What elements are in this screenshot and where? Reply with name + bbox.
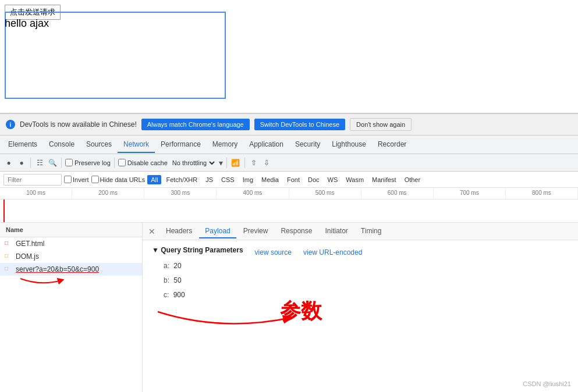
hello-text: hello ajax xyxy=(5,17,49,30)
ruler-mark: 600 ms xyxy=(361,188,434,199)
disable-cache-checkbox[interactable] xyxy=(118,159,126,166)
wifi-icon[interactable]: 📶 xyxy=(231,158,241,168)
annotation-area: 参数 xyxy=(152,303,569,344)
file-list: Name □ GET.html □ DOM.js □ server?a=20&b… xyxy=(0,223,143,392)
notification-bar: i DevTools is now available in Chinese! … xyxy=(0,113,578,136)
filter-type-manifest[interactable]: Manifest xyxy=(368,175,400,184)
view-source-link[interactable]: view source xyxy=(255,248,292,256)
param-key-a: a: xyxy=(164,262,169,270)
always-match-button[interactable]: Always match Chrome's language xyxy=(141,119,250,130)
notification-text: DevTools is now available in Chinese! xyxy=(20,120,137,129)
invert-checkbox[interactable] xyxy=(64,176,72,183)
csdn-watermark: CSDN @liushi21 xyxy=(523,380,571,387)
file-item-get-html[interactable]: □ GET.html xyxy=(0,237,142,250)
hide-data-urls-text: Hide data URLs xyxy=(100,176,146,183)
record-icon[interactable]: ● xyxy=(3,158,14,168)
separator4 xyxy=(226,158,227,168)
invert-text: Invert xyxy=(73,176,89,183)
filter-type-all[interactable]: All xyxy=(147,175,161,184)
preserve-log-text: Preserve log xyxy=(75,159,111,166)
ruler-mark: 800 ms xyxy=(506,188,578,199)
param-val-a: 20 xyxy=(173,262,181,270)
query-string-title: ▼ Query String Parameters xyxy=(152,246,243,254)
annotation-arrow-svg xyxy=(152,303,356,338)
tab-security[interactable]: Security xyxy=(289,137,326,153)
close-panel-button[interactable]: ✕ xyxy=(145,227,159,236)
devtools-tabs: Elements Console Sources Network Perform… xyxy=(0,136,578,154)
filter-type-js[interactable]: JS xyxy=(202,175,217,184)
tab-elements[interactable]: Elements xyxy=(2,137,43,153)
tab-memory[interactable]: Memory xyxy=(207,137,243,153)
filter-type-media[interactable]: Media xyxy=(258,175,282,184)
tab-network[interactable]: Network xyxy=(118,137,155,153)
ruler-mark: 100 ms xyxy=(0,188,72,199)
payload-content: ▼ Query String Parameters view source vi… xyxy=(143,240,578,350)
filter-bar: Invert Hide data URLs AllFetch/XHRJSCSSI… xyxy=(0,172,578,188)
throttle-select[interactable]: No throttling xyxy=(170,159,217,167)
download-icon[interactable]: ⇩ xyxy=(261,158,272,168)
param-key-c: c: xyxy=(164,291,169,299)
filter-type-img[interactable]: Img xyxy=(239,175,257,184)
hide-data-urls-label[interactable]: Hide data URLs xyxy=(91,176,146,183)
network-toolbar: ● ● ☷ 🔍 Preserve log Disable cache No th… xyxy=(0,154,578,172)
canshu-annotation: 参数 xyxy=(280,297,322,326)
tab-performance[interactable]: Performance xyxy=(155,137,207,153)
sub-tabs: ✕ Headers Payload Preview Response Initi… xyxy=(143,223,578,240)
js-file-icon: □ xyxy=(5,252,13,261)
upload-icon[interactable]: ⇧ xyxy=(249,158,259,168)
filter-type-wasm[interactable]: Wasm xyxy=(342,175,367,184)
preserve-log-label[interactable]: Preserve log xyxy=(65,159,111,166)
disable-cache-text: Disable cache xyxy=(127,159,168,166)
sub-tab-preview[interactable]: Preview xyxy=(237,224,274,238)
filter-icon[interactable]: ☷ xyxy=(34,158,45,168)
separator3 xyxy=(114,158,115,168)
tab-application[interactable]: Application xyxy=(243,137,289,153)
hide-data-urls-checkbox[interactable] xyxy=(91,176,99,183)
param-val-b: 50 xyxy=(173,276,181,284)
search-icon[interactable]: 🔍 xyxy=(47,158,58,168)
invert-label[interactable]: Invert xyxy=(64,176,89,183)
param-row-c: c: 900 xyxy=(152,288,569,302)
sub-tab-payload[interactable]: Payload xyxy=(199,224,236,238)
filter-type-css[interactable]: CSS xyxy=(218,175,238,184)
file-item-server[interactable]: □ server?a=20&b=50&c=900 xyxy=(0,263,142,276)
filter-type-font[interactable]: Font xyxy=(283,175,303,184)
separator5 xyxy=(244,158,245,168)
webpage-area: 点击发送请求 hello ajax xyxy=(0,0,578,113)
red-annotation-arrow xyxy=(17,276,64,287)
tab-lighthouse[interactable]: Lighthouse xyxy=(326,137,372,153)
filter-type-ws[interactable]: WS xyxy=(324,175,342,184)
sub-tab-timing[interactable]: Timing xyxy=(355,224,388,238)
disable-cache-label[interactable]: Disable cache xyxy=(118,159,168,166)
tab-sources[interactable]: Sources xyxy=(80,137,118,153)
file-name-get-html: GET.html xyxy=(16,240,44,248)
tab-console[interactable]: Console xyxy=(43,137,80,153)
dont-show-again-button[interactable]: Don't show again xyxy=(350,118,412,131)
param-row-a: a: 20 xyxy=(152,259,569,273)
query-string-section-header: ▼ Query String Parameters view source vi… xyxy=(152,246,569,259)
ruler-mark: 400 ms xyxy=(217,188,289,199)
separator xyxy=(30,158,31,168)
switch-devtools-button[interactable]: Switch DevTools to Chinese xyxy=(254,119,345,130)
sub-tab-response[interactable]: Response xyxy=(275,224,318,238)
ruler-mark: 300 ms xyxy=(144,188,217,199)
sub-tab-initiator[interactable]: Initiator xyxy=(319,224,353,238)
filter-type-other[interactable]: Other xyxy=(401,175,424,184)
filter-type-doc[interactable]: Doc xyxy=(304,175,323,184)
file-item-dom-js[interactable]: □ DOM.js xyxy=(0,250,142,263)
filter-input[interactable] xyxy=(3,174,62,186)
view-url-encoded-link[interactable]: view URL-encoded xyxy=(303,248,362,256)
file-list-header: Name xyxy=(0,223,142,237)
timeline-ruler: 100 ms200 ms300 ms400 ms500 ms600 ms700 … xyxy=(0,188,578,199)
filter-type-fetch/xhr[interactable]: Fetch/XHR xyxy=(162,175,201,184)
timeline-marker xyxy=(3,199,5,223)
preserve-log-checkbox[interactable] xyxy=(65,159,73,166)
filter-types: AllFetch/XHRJSCSSImgMediaFontDocWSWasmMa… xyxy=(147,175,424,184)
timeline: 100 ms200 ms300 ms400 ms500 ms600 ms700 … xyxy=(0,188,578,223)
throttle-down-icon[interactable]: ▾ xyxy=(219,158,223,168)
stop-icon[interactable]: ● xyxy=(16,158,27,168)
ruler-mark: 700 ms xyxy=(434,188,506,199)
right-panel: ✕ Headers Payload Preview Response Initi… xyxy=(143,223,578,392)
tab-recorder[interactable]: Recorder xyxy=(372,137,412,153)
sub-tab-headers[interactable]: Headers xyxy=(160,224,198,238)
